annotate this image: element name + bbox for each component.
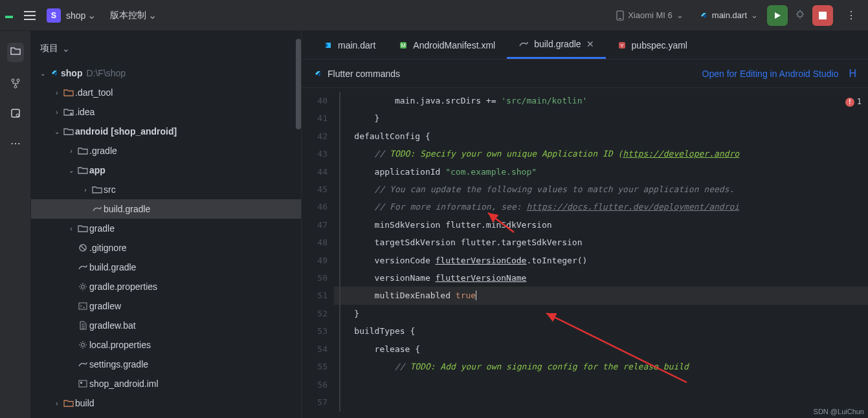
close-icon[interactable]: ✕ bbox=[586, 39, 594, 49]
tree-item[interactable]: gradlew bbox=[31, 296, 301, 316]
flutter-icon bbox=[313, 69, 322, 78]
tree-item[interactable]: ⌄app bbox=[31, 160, 301, 180]
open-android-studio-link[interactable]: Open for Editing in Android Studio bbox=[702, 69, 839, 79]
run-config-selector[interactable]: main.dart ⌄ bbox=[699, 10, 758, 20]
project-icon: S bbox=[47, 8, 61, 23]
tree-root[interactable]: ⌄shopD:\F\shop bbox=[31, 63, 301, 83]
tree-item[interactable]: local.properties bbox=[31, 335, 301, 355]
project-panel-title: 项目 bbox=[40, 43, 58, 54]
folder-icon bbox=[10, 45, 21, 57]
editor-tab[interactable]: build.gradle✕ bbox=[507, 31, 605, 59]
svg-rect-15 bbox=[80, 382, 82, 384]
project-name[interactable]: shop bbox=[66, 10, 85, 21]
tree-item[interactable]: build.gradle bbox=[31, 258, 301, 277]
phone-icon bbox=[616, 10, 624, 21]
watermark: SDN @LuiChun bbox=[814, 408, 864, 415]
svg-rect-12 bbox=[79, 303, 87, 309]
tree-item[interactable]: ⌄android[shop_android] bbox=[31, 122, 301, 141]
tree-item[interactable]: ›gradle bbox=[31, 219, 301, 238]
play-icon bbox=[773, 11, 782, 20]
tree-item[interactable]: ›src bbox=[31, 180, 301, 199]
banner-label: Flutter commands bbox=[328, 69, 400, 79]
project-tree[interactable]: ⌄shopD:\F\shop›.dart_tool›.idea⌄android[… bbox=[31, 63, 301, 418]
tree-item[interactable]: ›build bbox=[31, 393, 301, 413]
svg-rect-14 bbox=[79, 380, 87, 387]
project-tool-button[interactable] bbox=[7, 43, 24, 62]
bug-icon bbox=[794, 8, 806, 20]
banner-link-extra[interactable]: H bbox=[849, 68, 856, 80]
tree-item[interactable]: ›.gradle bbox=[31, 141, 301, 160]
run-button[interactable] bbox=[767, 5, 788, 26]
resource-icon bbox=[10, 107, 21, 119]
svg-text:Y: Y bbox=[620, 43, 624, 49]
svg-text:M: M bbox=[401, 42, 406, 49]
structure-icon bbox=[10, 78, 21, 89]
gutter[interactable]: 404142434445464748495051525354555657 bbox=[302, 88, 334, 418]
more-button[interactable]: ⋮ bbox=[840, 9, 863, 21]
stop-icon bbox=[819, 12, 827, 19]
editor-tab[interactable]: main.dart bbox=[312, 31, 387, 59]
svg-point-6 bbox=[14, 85, 17, 88]
resource-tool-button[interactable] bbox=[10, 107, 21, 122]
tree-item[interactable]: .gitignore bbox=[31, 238, 301, 258]
svg-point-8 bbox=[16, 114, 19, 116]
project-panel: 项目 ⌄ ⌄shopD:\F\shop›.dart_tool›.idea⌄and… bbox=[31, 31, 302, 418]
error-icon: ! bbox=[845, 98, 854, 107]
svg-point-5 bbox=[17, 79, 19, 82]
flutter-banner: Flutter commands Open for Editing in And… bbox=[302, 60, 868, 88]
android-icon: ▬ bbox=[5, 11, 13, 20]
svg-rect-3 bbox=[819, 12, 827, 19]
tree-item[interactable]: gradle.properties bbox=[31, 277, 301, 296]
code-content[interactable]: main.java.srcDirs += 'src/main/kotlin' }… bbox=[334, 88, 868, 418]
editor-tabs: main.dartMAndroidManifest.xmlbuild.gradl… bbox=[302, 31, 868, 60]
chevron-down-icon[interactable]: ⌄ bbox=[85, 9, 97, 21]
tree-item[interactable]: build.gradle bbox=[31, 199, 301, 219]
vcs-menu[interactable]: 版本控制 bbox=[110, 10, 146, 21]
structure-tool-button[interactable] bbox=[10, 78, 21, 92]
titlebar: ▬ S shop ⌄ 版本控制 ⌄ Xiaomi MI 6 ⌄ main.dar… bbox=[0, 0, 868, 31]
scrollbar[interactable] bbox=[296, 39, 301, 129]
editor-tab[interactable]: Ypubspec.yaml bbox=[606, 31, 699, 59]
stop-button[interactable] bbox=[812, 5, 833, 26]
svg-point-4 bbox=[12, 79, 14, 82]
chevron-down-icon[interactable]: ⌄ bbox=[146, 9, 158, 21]
left-tool-strip: ⋯ bbox=[0, 31, 31, 418]
tree-item[interactable]: ›.idea bbox=[31, 102, 301, 122]
editor-tab[interactable]: MAndroidManifest.xml bbox=[387, 31, 507, 59]
svg-point-11 bbox=[82, 285, 85, 289]
flutter-icon bbox=[699, 11, 708, 20]
device-selector[interactable]: Xiaomi MI 6 ⌄ bbox=[616, 10, 684, 21]
editor: main.dartMAndroidManifest.xmlbuild.gradl… bbox=[302, 31, 868, 418]
svg-point-9 bbox=[70, 113, 72, 115]
more-tools-button[interactable]: ⋯ bbox=[10, 137, 21, 149]
main-menu-button[interactable] bbox=[18, 4, 41, 27]
tree-item[interactable]: ›.dart_tool bbox=[31, 83, 301, 102]
svg-rect-1 bbox=[619, 18, 621, 19]
chevron-down-icon[interactable]: ⌄ bbox=[62, 43, 70, 54]
tree-item[interactable]: gradlew.bat bbox=[31, 316, 301, 335]
error-indicator[interactable]: ! 1 bbox=[845, 93, 862, 111]
svg-point-13 bbox=[82, 344, 85, 347]
tree-item[interactable]: shop_android.iml bbox=[31, 374, 301, 393]
tree-item[interactable]: settings.gradle bbox=[31, 355, 301, 374]
debug-button[interactable] bbox=[794, 8, 806, 23]
